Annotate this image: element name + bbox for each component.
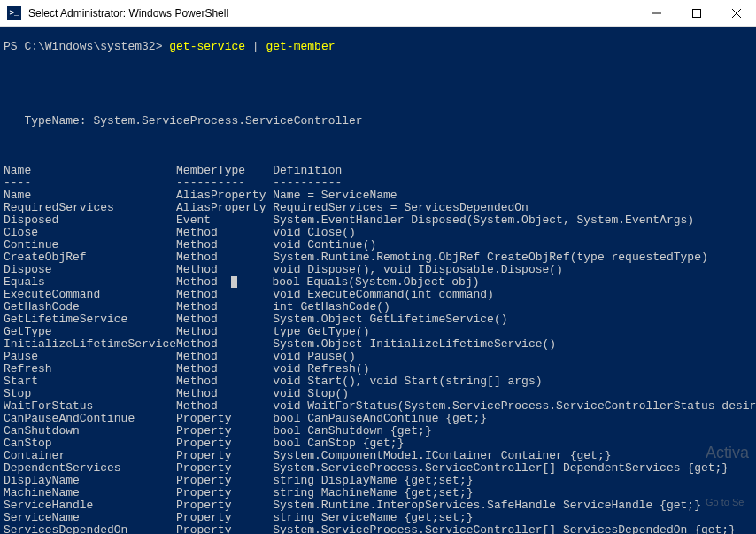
command-line: PS C:\Windows\system32> get-service | ge… <box>4 41 752 53</box>
table-row: ServiceName Property string ServiceName … <box>4 512 752 524</box>
command-2: get-member <box>266 40 335 53</box>
table-row: Equals Method bool Equals(System.Object … <box>4 276 752 289</box>
table-row: Container Property System.ComponentModel… <box>4 450 752 462</box>
typename-line: TypeName: System.ServiceProcess.ServiceC… <box>4 115 752 128</box>
command-1: get-service <box>169 40 245 53</box>
terminal-output[interactable]: PS C:\Windows\system32> get-service | ge… <box>0 27 756 534</box>
table-row: ServicesDependedOn Property System.Servi… <box>4 524 752 534</box>
table-row: RequiredServices AliasProperty RequiredS… <box>4 202 752 214</box>
close-button[interactable] <box>716 0 756 27</box>
table-row: Close Method void Close() <box>4 227 752 239</box>
table-row: WaitForStatus Method void WaitForStatus(… <box>4 400 752 413</box>
table-row: DependentServices Property System.Servic… <box>4 462 752 475</box>
minimize-icon <box>652 9 661 18</box>
table-row: Continue Method void Continue() <box>4 239 752 252</box>
table-row: DisplayName Property string DisplayName … <box>4 475 752 487</box>
table-row: CreateObjRef Method System.Runtime.Remot… <box>4 252 752 264</box>
blank-line <box>4 90 752 103</box>
blank-line <box>4 140 752 152</box>
table-row: MachineName Property string MachineName … <box>4 487 752 499</box>
window-titlebar[interactable]: >_ Select Administrator: Windows PowerSh… <box>0 0 756 27</box>
table-row: Disposed Event System.EventHandler Dispo… <box>4 214 752 227</box>
svg-rect-1 <box>692 9 700 17</box>
table-row: GetType Method type GetType() <box>4 326 752 338</box>
table-row: Stop Method void Stop() <box>4 388 752 400</box>
table-row: Dispose Method void Dispose(), void IDis… <box>4 264 752 276</box>
window-controls <box>636 0 756 27</box>
table-row: GetLifetimeService Method System.Object … <box>4 313 752 326</box>
minimize-button[interactable] <box>636 0 676 27</box>
maximize-icon <box>692 9 701 18</box>
table-row: ExecuteCommand Method void ExecuteComman… <box>4 289 752 301</box>
table-row: Pause Method void Pause() <box>4 351 752 363</box>
pipe-operator: | <box>245 40 266 53</box>
table-row: ServiceHandle Property System.Runtime.In… <box>4 499 752 512</box>
table-header-row: ---- ---------- ---------- <box>4 177 752 190</box>
table-row: Start Method void Start(), void Start(st… <box>4 375 752 388</box>
table-row: Name AliasProperty Name = ServiceName <box>4 190 752 202</box>
table-header-row: Name MemberType Definition <box>4 165 752 177</box>
table-row: CanPauseAndContinue Property bool CanPau… <box>4 413 752 425</box>
close-icon <box>732 9 741 18</box>
table-row: InitializeLifetimeServiceMethod System.O… <box>4 338 752 351</box>
powershell-icon: >_ <box>7 6 21 20</box>
table-row: CanShutdown Property bool CanShutdown {g… <box>4 425 752 437</box>
table-row: Refresh Method void Refresh() <box>4 363 752 375</box>
table-row: CanStop Property bool CanStop {get;} <box>4 437 752 450</box>
maximize-button[interactable] <box>676 0 716 27</box>
table-row: GetHashCode Method int GetHashCode() <box>4 301 752 313</box>
window-title: Select Administrator: Windows PowerShell <box>28 7 636 19</box>
prompt-text: PS C:\Windows\system32> <box>4 40 169 53</box>
blank-line <box>4 66 752 78</box>
